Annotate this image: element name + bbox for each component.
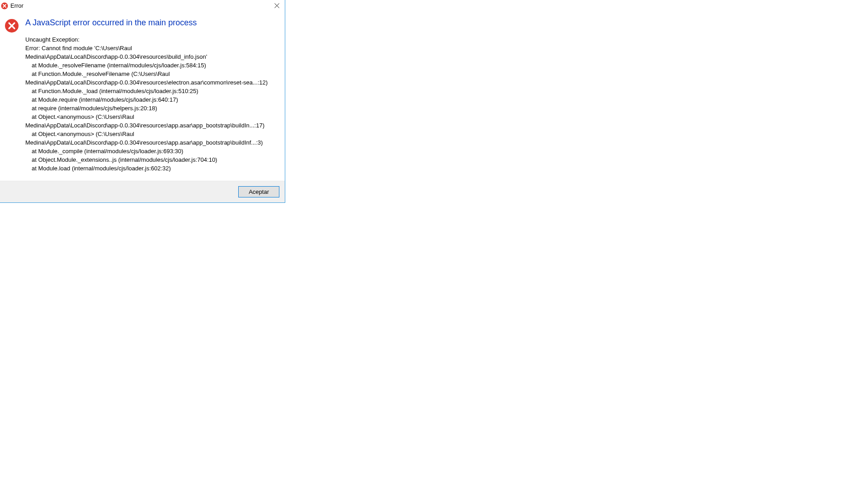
dialog-message: Uncaught Exception:Error: Cannot find mo…: [25, 35, 280, 173]
error-icon: [1, 2, 8, 9]
close-button[interactable]: [270, 1, 283, 10]
dialog-heading: A JavaScript error occurred in the main …: [25, 18, 280, 28]
titlebar: Error: [0, 0, 285, 11]
error-dialog: Error A JavaScript error occurred in the…: [0, 0, 285, 203]
dialog-body: A JavaScript error occurred in the main …: [0, 11, 285, 181]
accept-button[interactable]: Aceptar: [238, 186, 279, 197]
titlebar-title: Error: [10, 2, 270, 9]
dialog-content: A JavaScript error occurred in the main …: [21, 18, 280, 173]
dialog-footer: Aceptar: [0, 181, 285, 202]
close-icon: [274, 3, 279, 8]
error-large-icon: [5, 18, 21, 173]
